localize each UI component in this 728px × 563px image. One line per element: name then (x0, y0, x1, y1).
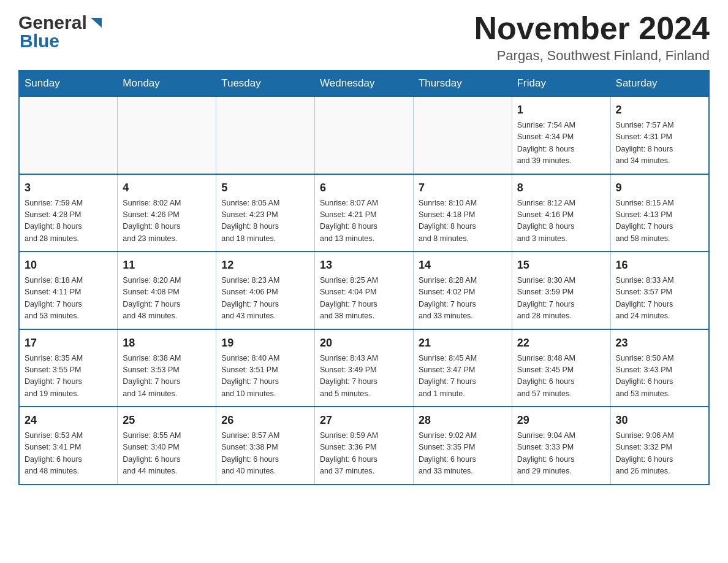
calendar-cell: 3Sunrise: 7:59 AM Sunset: 4:28 PM Daylig… (19, 174, 118, 252)
day-info: Sunrise: 8:50 AM Sunset: 3:43 PM Dayligh… (616, 353, 703, 400)
calendar-cell: 18Sunrise: 8:38 AM Sunset: 3:53 PM Dayli… (118, 329, 216, 407)
calendar-cell: 14Sunrise: 8:28 AM Sunset: 4:02 PM Dayli… (413, 251, 512, 329)
calendar-week-row: 1Sunrise: 7:54 AM Sunset: 4:34 PM Daylig… (19, 96, 709, 174)
day-info: Sunrise: 8:43 AM Sunset: 3:49 PM Dayligh… (320, 353, 408, 400)
title-section: November 2024 Pargas, Southwest Finland,… (474, 12, 710, 64)
calendar-cell: 11Sunrise: 8:20 AM Sunset: 4:08 PM Dayli… (118, 251, 216, 329)
day-number: 28 (419, 412, 507, 429)
calendar-header-friday: Friday (512, 71, 610, 96)
day-info: Sunrise: 8:18 AM Sunset: 4:11 PM Dayligh… (25, 275, 112, 323)
day-number: 25 (123, 412, 211, 429)
calendar-cell: 8Sunrise: 8:12 AM Sunset: 4:16 PM Daylig… (512, 174, 610, 252)
calendar-cell: 19Sunrise: 8:40 AM Sunset: 3:51 PM Dayli… (216, 329, 315, 407)
calendar-cell (315, 96, 414, 174)
calendar-cell: 10Sunrise: 8:18 AM Sunset: 4:11 PM Dayli… (19, 251, 118, 329)
calendar-cell (216, 96, 315, 174)
day-number: 6 (320, 180, 408, 196)
calendar-week-row: 24Sunrise: 8:53 AM Sunset: 3:41 PM Dayli… (19, 407, 709, 484)
calendar-cell: 21Sunrise: 8:45 AM Sunset: 3:47 PM Dayli… (413, 329, 512, 407)
calendar-cell: 2Sunrise: 7:57 AM Sunset: 4:31 PM Daylig… (610, 96, 709, 174)
calendar-cell: 6Sunrise: 8:07 AM Sunset: 4:21 PM Daylig… (315, 174, 414, 252)
logo-blue-text: Blue (20, 31, 59, 52)
day-number: 5 (221, 180, 309, 196)
day-number: 1 (517, 102, 605, 118)
day-info: Sunrise: 8:38 AM Sunset: 3:53 PM Dayligh… (123, 353, 211, 400)
day-info: Sunrise: 7:54 AM Sunset: 4:34 PM Dayligh… (517, 120, 605, 167)
calendar-cell: 25Sunrise: 8:55 AM Sunset: 3:40 PM Dayli… (118, 407, 216, 484)
calendar-cell: 13Sunrise: 8:25 AM Sunset: 4:04 PM Dayli… (315, 251, 414, 329)
calendar-header-tuesday: Tuesday (216, 71, 315, 96)
calendar-cell: 16Sunrise: 8:33 AM Sunset: 3:57 PM Dayli… (610, 251, 709, 329)
location-text: Pargas, Southwest Finland, Finland (474, 48, 710, 64)
calendar-cell: 15Sunrise: 8:30 AM Sunset: 3:59 PM Dayli… (512, 251, 610, 329)
day-info: Sunrise: 8:28 AM Sunset: 4:02 PM Dayligh… (419, 275, 507, 323)
calendar-table: SundayMondayTuesdayWednesdayThursdayFrid… (18, 70, 710, 485)
calendar-cell: 9Sunrise: 8:15 AM Sunset: 4:13 PM Daylig… (610, 174, 709, 252)
day-info: Sunrise: 8:35 AM Sunset: 3:55 PM Dayligh… (25, 353, 112, 400)
day-info: Sunrise: 7:57 AM Sunset: 4:31 PM Dayligh… (616, 120, 703, 167)
calendar-cell: 20Sunrise: 8:43 AM Sunset: 3:49 PM Dayli… (315, 329, 414, 407)
calendar-cell: 17Sunrise: 8:35 AM Sunset: 3:55 PM Dayli… (19, 329, 118, 407)
calendar-cell: 24Sunrise: 8:53 AM Sunset: 3:41 PM Dayli… (19, 407, 118, 484)
logo: General Blue (18, 12, 102, 52)
calendar-header-saturday: Saturday (610, 71, 709, 96)
calendar-cell (118, 96, 216, 174)
day-info: Sunrise: 8:40 AM Sunset: 3:51 PM Dayligh… (221, 353, 309, 400)
calendar-cell: 29Sunrise: 9:04 AM Sunset: 3:33 PM Dayli… (512, 407, 610, 484)
day-info: Sunrise: 8:12 AM Sunset: 4:16 PM Dayligh… (517, 197, 605, 245)
calendar-cell: 26Sunrise: 8:57 AM Sunset: 3:38 PM Dayli… (216, 407, 315, 484)
day-info: Sunrise: 8:02 AM Sunset: 4:26 PM Dayligh… (123, 197, 211, 245)
day-info: Sunrise: 8:59 AM Sunset: 3:36 PM Dayligh… (320, 430, 408, 478)
calendar-cell: 7Sunrise: 8:10 AM Sunset: 4:18 PM Daylig… (413, 174, 512, 252)
day-number: 23 (616, 335, 703, 351)
calendar-header-monday: Monday (118, 71, 216, 96)
day-info: Sunrise: 8:07 AM Sunset: 4:21 PM Dayligh… (320, 197, 408, 245)
day-info: Sunrise: 8:53 AM Sunset: 3:41 PM Dayligh… (25, 430, 112, 478)
calendar-week-row: 17Sunrise: 8:35 AM Sunset: 3:55 PM Dayli… (19, 329, 709, 407)
day-info: Sunrise: 8:45 AM Sunset: 3:47 PM Dayligh… (419, 353, 507, 400)
day-number: 3 (25, 180, 112, 196)
calendar-cell (413, 96, 512, 174)
day-number: 19 (221, 335, 309, 351)
day-number: 27 (320, 412, 408, 429)
day-number: 9 (616, 180, 703, 196)
day-info: Sunrise: 9:06 AM Sunset: 3:32 PM Dayligh… (616, 430, 703, 478)
day-number: 12 (221, 257, 309, 274)
day-number: 30 (616, 412, 703, 429)
day-number: 2 (616, 102, 703, 118)
calendar-week-row: 3Sunrise: 7:59 AM Sunset: 4:28 PM Daylig… (19, 174, 709, 252)
day-number: 22 (517, 335, 605, 351)
day-info: Sunrise: 8:33 AM Sunset: 3:57 PM Dayligh… (616, 275, 703, 323)
day-number: 11 (123, 257, 211, 274)
day-number: 20 (320, 335, 408, 351)
calendar-cell: 5Sunrise: 8:05 AM Sunset: 4:23 PM Daylig… (216, 174, 315, 252)
logo-arrow-icon (88, 18, 102, 30)
day-info: Sunrise: 9:02 AM Sunset: 3:35 PM Dayligh… (419, 430, 507, 478)
day-info: Sunrise: 8:25 AM Sunset: 4:04 PM Dayligh… (320, 275, 408, 323)
day-number: 18 (123, 335, 211, 351)
calendar-header-thursday: Thursday (413, 71, 512, 96)
calendar-cell: 22Sunrise: 8:48 AM Sunset: 3:45 PM Dayli… (512, 329, 610, 407)
day-number: 10 (25, 257, 112, 274)
calendar-cell (19, 96, 118, 174)
day-number: 17 (25, 335, 112, 351)
day-info: Sunrise: 8:15 AM Sunset: 4:13 PM Dayligh… (616, 197, 703, 245)
calendar-cell: 27Sunrise: 8:59 AM Sunset: 3:36 PM Dayli… (315, 407, 414, 484)
calendar-header-row: SundayMondayTuesdayWednesdayThursdayFrid… (19, 71, 709, 96)
calendar-cell: 12Sunrise: 8:23 AM Sunset: 4:06 PM Dayli… (216, 251, 315, 329)
day-number: 24 (25, 412, 112, 429)
calendar-cell: 4Sunrise: 8:02 AM Sunset: 4:26 PM Daylig… (118, 174, 216, 252)
svg-marker-0 (91, 18, 102, 28)
day-number: 16 (616, 257, 703, 274)
day-info: Sunrise: 9:04 AM Sunset: 3:33 PM Dayligh… (517, 430, 605, 478)
calendar-cell: 30Sunrise: 9:06 AM Sunset: 3:32 PM Dayli… (610, 407, 709, 484)
calendar-cell: 28Sunrise: 9:02 AM Sunset: 3:35 PM Dayli… (413, 407, 512, 484)
day-info: Sunrise: 7:59 AM Sunset: 4:28 PM Dayligh… (25, 197, 112, 245)
day-number: 14 (419, 257, 507, 274)
day-info: Sunrise: 8:48 AM Sunset: 3:45 PM Dayligh… (517, 353, 605, 400)
day-info: Sunrise: 8:20 AM Sunset: 4:08 PM Dayligh… (123, 275, 211, 323)
day-info: Sunrise: 8:57 AM Sunset: 3:38 PM Dayligh… (221, 430, 309, 478)
day-number: 21 (419, 335, 507, 351)
day-number: 15 (517, 257, 605, 274)
day-info: Sunrise: 8:23 AM Sunset: 4:06 PM Dayligh… (221, 275, 309, 323)
